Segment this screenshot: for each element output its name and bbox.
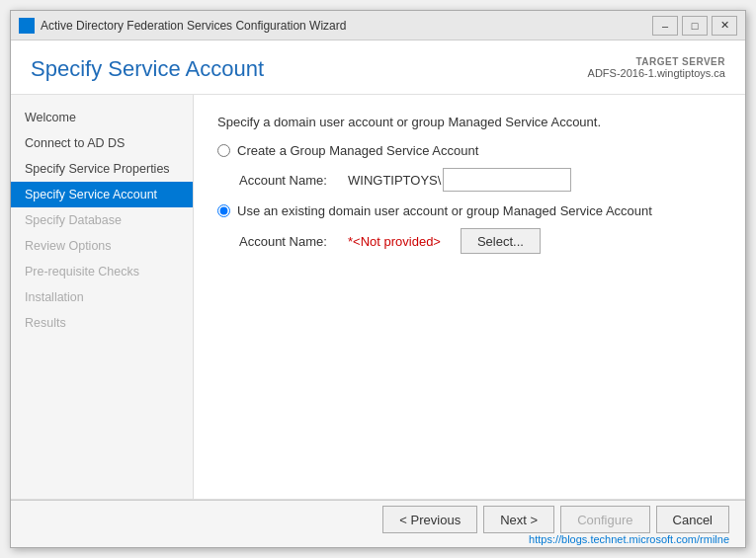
page-title: Specify Service Account <box>31 56 264 82</box>
target-server-label: TARGET SERVER <box>588 56 725 67</box>
maximize-button[interactable]: □ <box>682 16 708 36</box>
next-button[interactable]: Next > <box>483 506 554 533</box>
target-server-name: ADFS-2016-1.wingtiptoys.ca <box>588 67 725 79</box>
option2-label[interactable]: Use an existing domain user account or g… <box>237 203 652 218</box>
sidebar-item-service-account[interactable]: Specify Service Account <box>11 182 193 207</box>
minimize-button[interactable]: – <box>652 16 678 36</box>
sidebar-item-welcome[interactable]: Welcome <box>11 105 193 130</box>
main-window: Active Directory Federation Services Con… <box>10 10 746 548</box>
content-area: Welcome Connect to AD DS Specify Service… <box>11 95 745 499</box>
option1-label[interactable]: Create a Group Managed Service Account <box>237 143 478 158</box>
window-icon <box>19 18 35 34</box>
option2-row: Use an existing domain user account or g… <box>217 203 721 218</box>
footer-buttons: < Previous Next > Configure Cancel <box>382 506 729 533</box>
window-title: Active Directory Federation Services Con… <box>41 19 652 33</box>
cancel-button[interactable]: Cancel <box>656 506 729 533</box>
target-server-info: TARGET SERVER ADFS-2016-1.wingtiptoys.ca <box>588 56 725 79</box>
sidebar-item-review: Review Options <box>11 233 193 259</box>
previous-button[interactable]: < Previous <box>382 506 477 533</box>
option1-row: Create a Group Managed Service Account <box>217 143 721 158</box>
sidebar: Welcome Connect to AD DS Specify Service… <box>11 95 194 499</box>
main-content: Specify a domain user account or group M… <box>194 95 745 499</box>
titlebar: Active Directory Federation Services Con… <box>11 11 745 40</box>
footer-inner: < Previous Next > Configure Cancel https… <box>27 506 729 547</box>
select-button[interactable]: Select... <box>461 228 541 254</box>
sidebar-item-prereq: Pre-requisite Checks <box>11 259 193 284</box>
account-name-label1: Account Name: <box>239 173 348 188</box>
configure-button[interactable]: Configure <box>560 506 649 533</box>
account-name-input[interactable] <box>443 168 571 192</box>
sidebar-item-connect-ad-ds[interactable]: Connect to AD DS <box>11 130 193 156</box>
close-button[interactable]: ✕ <box>712 16 737 36</box>
option2-radio[interactable] <box>217 204 230 217</box>
status-url[interactable]: https://blogs.technet.microsoft.com/rmil… <box>27 533 729 547</box>
option1-radio[interactable] <box>217 144 230 157</box>
sidebar-item-database: Specify Database <box>11 207 193 233</box>
account-name-label2: Account Name: <box>239 234 348 249</box>
account-prefix: WINGTIPTOYS\ <box>348 173 441 188</box>
sidebar-item-results: Results <box>11 310 193 336</box>
header: Specify Service Account TARGET SERVER AD… <box>11 40 745 95</box>
account-name-field-row: Account Name: WINGTIPTOYS\ <box>239 168 721 192</box>
sidebar-item-installation: Installation <box>11 284 193 310</box>
titlebar-buttons: – □ ✕ <box>652 16 737 36</box>
account-name-value: *<Not provided> <box>348 234 441 249</box>
account-name-select-row: Account Name: *<Not provided> Select... <box>239 228 721 254</box>
sidebar-item-service-properties[interactable]: Specify Service Properties <box>11 156 193 182</box>
description-text: Specify a domain user account or group M… <box>217 115 721 129</box>
footer: < Previous Next > Configure Cancel https… <box>11 500 745 547</box>
